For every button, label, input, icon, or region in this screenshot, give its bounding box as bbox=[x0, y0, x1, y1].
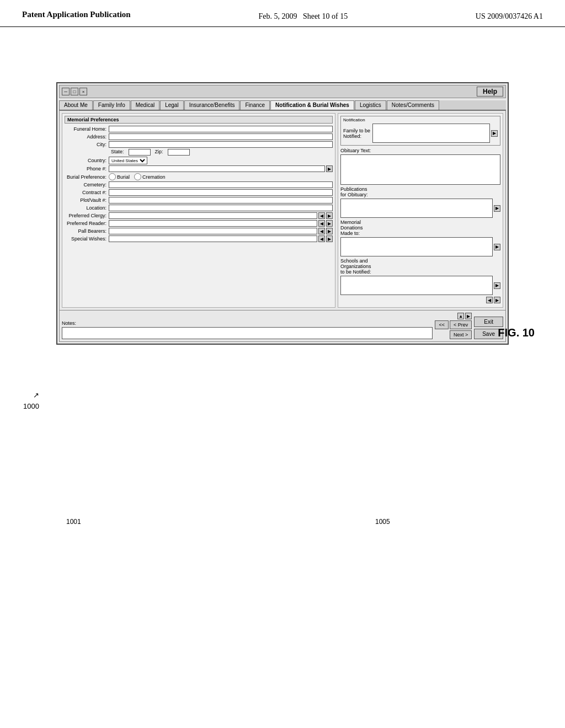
publications-label: Publicationsfor Obituary: bbox=[340, 186, 500, 197]
reader-label: Preferred Reader: bbox=[65, 221, 109, 226]
city-label: City: bbox=[65, 142, 109, 147]
tab-notification[interactable]: Notification & Burial Wishes bbox=[270, 100, 354, 110]
clergy-input[interactable] bbox=[109, 212, 317, 219]
plot-vault-row: Plot/Vault #: bbox=[65, 197, 333, 204]
reader-left-btn[interactable]: ◀ bbox=[318, 220, 325, 227]
exit-btn[interactable]: Exit bbox=[474, 317, 503, 327]
tab-about-me[interactable]: About Me bbox=[59, 100, 93, 110]
cremation-option: Cremation bbox=[134, 173, 166, 180]
maximize-button[interactable]: □ bbox=[71, 88, 78, 95]
location-input[interactable] bbox=[109, 205, 333, 211]
special-wishes-row: Special Wishes: ◀ ▶ bbox=[65, 235, 333, 242]
prev-btn[interactable]: < Prev bbox=[450, 320, 472, 329]
schools-orgs-label: Schools andOrganizationsto be Notified: bbox=[340, 258, 500, 275]
country-select[interactable]: United States bbox=[109, 157, 147, 164]
memorial-donations-label: MemorialDonationsMade to: bbox=[340, 220, 500, 236]
phone-input[interactable] bbox=[109, 165, 325, 172]
family-arrow-btn[interactable]: ▶ bbox=[491, 130, 498, 137]
tab-insurance[interactable]: Insurance/Benefits bbox=[184, 100, 240, 110]
tab-bar: About Me Family Info Medical Legal Insur… bbox=[59, 100, 506, 110]
pallbearers-left-btn[interactable]: ◀ bbox=[318, 228, 325, 234]
pallbearers-input[interactable] bbox=[109, 228, 317, 234]
nav-scroll-up[interactable]: ▲ bbox=[457, 313, 464, 319]
notes-input[interactable] bbox=[62, 327, 433, 339]
schools-orgs-row: Schools andOrganizationsto be Notified: … bbox=[340, 258, 500, 295]
state-label: State: bbox=[111, 149, 124, 156]
address-label: Address: bbox=[65, 134, 109, 140]
obituary-textarea[interactable] bbox=[340, 154, 500, 185]
minimize-button[interactable]: ─ bbox=[62, 88, 70, 95]
schools-orgs-area[interactable] bbox=[340, 276, 493, 295]
reader-row: Preferred Reader: ◀ ▶ bbox=[65, 220, 333, 227]
reader-right-btn[interactable]: ▶ bbox=[326, 220, 333, 227]
country-row: Country: United States bbox=[65, 157, 333, 164]
first-btn[interactable]: << bbox=[435, 320, 449, 329]
publications-arrow-btn[interactable]: ▶ bbox=[494, 205, 500, 212]
special-wishes-input[interactable] bbox=[109, 235, 317, 242]
titlebar: ─ □ × Help bbox=[59, 85, 506, 98]
publications-area[interactable] bbox=[340, 199, 493, 218]
header: Patent Application Publication Feb. 5, 2… bbox=[0, 0, 565, 27]
plot-vault-label: Plot/Vault #: bbox=[65, 197, 109, 203]
help-button[interactable]: Help bbox=[477, 87, 503, 97]
page: Patent Application Publication Feb. 5, 2… bbox=[0, 0, 565, 728]
burial-preference-radio: Burial Cremation bbox=[109, 173, 166, 180]
cemetery-input[interactable] bbox=[109, 181, 333, 188]
window-controls: ─ □ × bbox=[62, 88, 87, 95]
zip-input[interactable] bbox=[168, 149, 190, 156]
phone-arrow-btn[interactable]: ▶ bbox=[326, 165, 333, 172]
state-input[interactable] bbox=[129, 149, 151, 156]
cremation-radio[interactable] bbox=[134, 173, 141, 180]
scroll-right-btn[interactable]: ▶ bbox=[494, 297, 500, 303]
notes-label: Notes: bbox=[62, 320, 433, 326]
special-wishes-right-btn[interactable]: ▶ bbox=[326, 235, 333, 242]
country-label: Country: bbox=[65, 158, 109, 163]
contract-input[interactable] bbox=[109, 189, 333, 196]
plot-vault-input[interactable] bbox=[109, 197, 333, 204]
tab-legal[interactable]: Legal bbox=[160, 100, 183, 110]
funeral-home-input[interactable] bbox=[109, 126, 333, 132]
clergy-right-btn[interactable]: ▶ bbox=[326, 212, 333, 219]
clergy-left-btn[interactable]: ◀ bbox=[318, 212, 325, 219]
pallbearers-right-btn[interactable]: ▶ bbox=[326, 228, 333, 234]
application-window: ─ □ × Help About Me Family Info Medical … bbox=[56, 82, 509, 345]
publication-number: US 2009/0037426 A1 bbox=[476, 10, 543, 21]
phone-row: Phone #: ▶ bbox=[65, 165, 333, 172]
family-notified-area[interactable] bbox=[372, 124, 490, 143]
city-row: City: bbox=[65, 141, 333, 148]
right-panel: Notification Family to beNotified: ▶ bbox=[338, 113, 503, 308]
ref-1000: 1000 bbox=[23, 402, 39, 410]
close-button[interactable]: × bbox=[79, 88, 87, 95]
scroll-left-btn[interactable]: ◀ bbox=[486, 297, 493, 303]
cemetery-row: Cemetery: bbox=[65, 181, 333, 188]
tab-family-info[interactable]: Family Info bbox=[93, 100, 130, 110]
phone-label: Phone #: bbox=[65, 166, 109, 172]
location-row: Location: bbox=[65, 205, 333, 211]
notification-section: Notification Family to beNotified: ▶ bbox=[340, 116, 500, 146]
publication-date: Feb. 5, 2009 Sheet 10 of 15 bbox=[258, 10, 348, 21]
tab-finance[interactable]: Finance bbox=[240, 100, 270, 110]
special-wishes-left-btn[interactable]: ◀ bbox=[318, 235, 325, 242]
obituary-row: Obituary Text: bbox=[340, 148, 500, 185]
address-input[interactable] bbox=[109, 133, 333, 140]
reader-input[interactable] bbox=[109, 220, 317, 227]
contract-label: Contract #: bbox=[65, 190, 109, 195]
family-notified-row: Family to beNotified: ▶ bbox=[343, 124, 498, 143]
next-btn[interactable]: Next > bbox=[450, 330, 472, 339]
donations-arrow-btn[interactable]: ▶ bbox=[494, 244, 500, 250]
tab-medical[interactable]: Medical bbox=[131, 100, 159, 110]
pallbearers-row: Pall Bearers: ◀ ▶ bbox=[65, 228, 333, 234]
publications-row: Publicationsfor Obituary: ▶ bbox=[340, 186, 500, 218]
funeral-home-row: Funeral Home: bbox=[65, 126, 333, 132]
nav-buttons: ▲ ▶ << < Prev Next > bbox=[435, 313, 472, 339]
tab-notes[interactable]: Notes/Comments bbox=[387, 100, 439, 110]
nav-scroll-down[interactable]: ▶ bbox=[465, 313, 472, 319]
city-input[interactable] bbox=[109, 141, 333, 148]
memorial-donations-area[interactable] bbox=[340, 237, 493, 256]
tab-logistics[interactable]: Logistics bbox=[355, 100, 386, 110]
address-row: Address: bbox=[65, 133, 333, 140]
tab-content: Memorial Preferences Funeral Home: Addre… bbox=[59, 110, 506, 311]
burial-radio[interactable] bbox=[109, 173, 116, 180]
schools-arrow-btn[interactable]: ▶ bbox=[494, 282, 500, 289]
special-wishes-label: Special Wishes: bbox=[65, 236, 109, 242]
